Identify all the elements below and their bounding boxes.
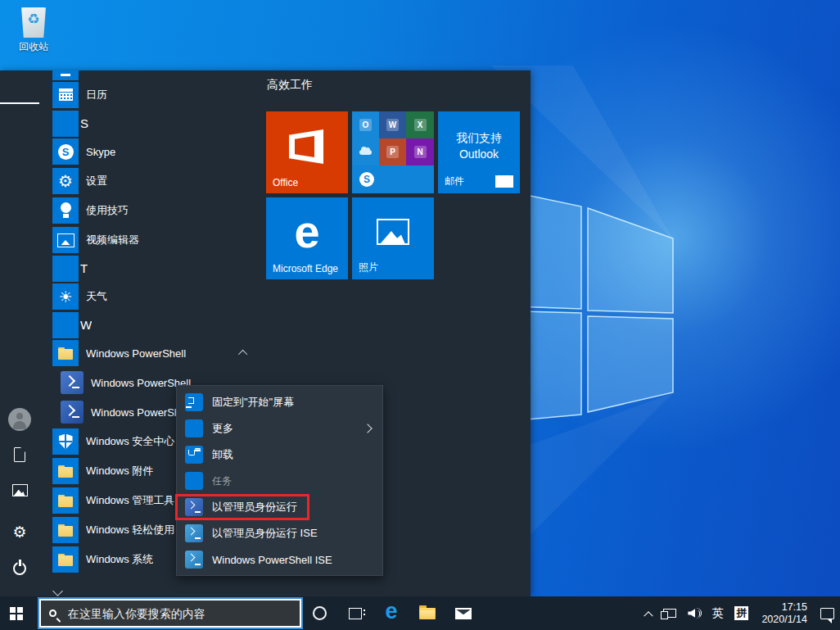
context-menu-item-label: 更多 — [212, 421, 233, 436]
word-icon: W — [386, 119, 399, 131]
gear-icon: ⚙ — [12, 524, 26, 540]
app-label: 日历 — [86, 88, 107, 102]
settings-button[interactable]: ⚙ — [0, 517, 39, 546]
office-logo-icon — [289, 129, 323, 164]
app-list-item[interactable]: Skype — [39, 137, 262, 166]
mail-tile-text2: Outlook — [438, 147, 520, 161]
app-list-item[interactable]: S — [39, 110, 262, 137]
edge-taskbar-button[interactable]: e — [373, 596, 409, 630]
app-label: Windows PowerShell — [86, 347, 186, 360]
file-explorer-button[interactable] — [409, 596, 445, 630]
app-icon — [52, 168, 79, 194]
tile-edge-label: Microsoft Edge — [273, 263, 338, 274]
app-icon — [61, 371, 84, 394]
app-label: Windows 轻松使用 — [86, 523, 174, 537]
app-label: Windows 系统 — [86, 552, 153, 567]
context-menu-item[interactable]: Windows PowerShell ISE — [177, 546, 382, 573]
app-icon — [52, 227, 79, 253]
context-menu-item[interactable]: 以管理员身份运行 ISE — [177, 520, 382, 546]
app-label: Windows 管理工具 — [86, 493, 174, 508]
system-tray: 英 拼 17:15 2020/1/14 — [639, 596, 840, 630]
app-icon — [52, 546, 79, 573]
tile-mail[interactable]: 我们支持 Outlook 邮件 — [438, 111, 520, 193]
start-button[interactable] — [0, 596, 39, 630]
cortana-button[interactable] — [301, 596, 337, 630]
taskbar-clock[interactable]: 17:15 2020/1/14 — [754, 601, 815, 626]
pictures-icon — [12, 484, 28, 496]
file-explorer-icon — [419, 608, 436, 619]
volume-button[interactable] — [682, 596, 706, 630]
app-icon — [52, 517, 79, 543]
chevron-up-icon[interactable] — [238, 350, 247, 359]
context-menu-item[interactable]: 更多 — [177, 415, 382, 442]
app-list-item[interactable]: W — [39, 311, 262, 338]
context-menu-item-label: 固定到"开始"屏幕 — [212, 395, 294, 410]
tile-photos-label: 照片 — [359, 261, 378, 274]
context-menu-item-icon — [185, 393, 203, 411]
tile-mail-label: 邮件 — [445, 174, 464, 188]
network-icon — [663, 609, 676, 618]
network-button[interactable] — [657, 596, 682, 630]
task-view-button[interactable] — [337, 596, 373, 630]
context-menu-item-icon — [185, 419, 203, 437]
recycle-bin-label: 回收站 — [10, 40, 57, 54]
tray-overflow-button[interactable] — [639, 596, 657, 630]
edge-logo-icon: e — [266, 209, 348, 255]
user-avatar-icon — [8, 408, 31, 431]
app-icon — [52, 283, 79, 310]
clock-date: 2020/1/14 — [761, 614, 807, 626]
action-center-button[interactable] — [815, 596, 840, 630]
language-indicator[interactable]: 英 — [706, 596, 729, 630]
recycle-bin[interactable]: ♻ 回收站 — [10, 5, 57, 54]
tile-office-suite[interactable]: O W X P N S — [352, 111, 434, 193]
context-menu-item-label: Windows PowerShell ISE — [212, 554, 332, 566]
mail-taskbar-button[interactable] — [445, 596, 481, 630]
app-list-item[interactable]: 日历 — [39, 80, 262, 110]
context-menu-item[interactable]: 以管理员身份运行 — [177, 494, 382, 520]
desktop: ♻ 回收站 ⚙ 日历 S — [0, 0, 840, 630]
recycle-bin-icon: ♻ — [20, 5, 47, 38]
app-label: 设置 — [86, 174, 107, 188]
context-menu-item-label: 以管理员身份运行 — [212, 500, 297, 514]
context-menu-item[interactable]: 任务 — [177, 468, 382, 494]
app-label: Windows 安全中心 — [86, 434, 174, 449]
partial-app-icon — [52, 70, 79, 80]
app-icon — [52, 428, 79, 455]
app-icon — [52, 340, 79, 366]
context-menu-item-icon — [185, 446, 203, 464]
context-menu-item-icon — [185, 524, 203, 542]
ime-indicator[interactable]: 拼 — [729, 596, 754, 630]
search-icon — [49, 610, 56, 617]
user-account-button[interactable] — [0, 405, 39, 434]
app-icon — [61, 401, 84, 424]
app-list-item[interactable]: 设置 — [39, 166, 262, 196]
search-input[interactable] — [66, 606, 291, 621]
power-button[interactable] — [0, 554, 39, 583]
context-menu-item-label: 任务 — [212, 474, 232, 488]
app-list-item[interactable]: 视频编辑器 — [39, 225, 262, 255]
context-menu: 固定到"开始"屏幕 更多 卸载 任务 以 — [176, 385, 383, 576]
app-list-item[interactable]: T — [39, 255, 262, 282]
menu-expand-button[interactable] — [0, 88, 39, 118]
app-icon — [52, 458, 79, 484]
tile-office[interactable]: Office — [266, 111, 348, 193]
app-list-item[interactable]: 天气 — [39, 282, 262, 311]
mail-envelope-icon — [495, 175, 513, 188]
onenote-icon: N — [414, 146, 427, 158]
app-list-item[interactable]: Windows PowerShell — [39, 338, 262, 368]
pictures-button[interactable] — [0, 475, 39, 505]
task-view-icon — [349, 608, 362, 619]
document-icon — [14, 447, 25, 462]
tile-edge[interactable]: e Microsoft Edge — [266, 197, 348, 279]
tile-photos[interactable]: 照片 — [352, 197, 434, 279]
app-label: T — [80, 261, 88, 275]
context-menu-item[interactable]: 固定到"开始"屏幕 — [177, 389, 382, 415]
taskbar-search[interactable] — [39, 599, 301, 628]
documents-button[interactable] — [0, 440, 39, 469]
app-icon — [52, 487, 79, 514]
edge-icon: e — [385, 601, 397, 623]
powerpoint-icon: P — [386, 146, 399, 158]
app-list-item[interactable]: 使用技巧 — [39, 196, 262, 225]
context-menu-item[interactable]: 卸载 — [177, 442, 382, 468]
app-label: Skype — [86, 146, 115, 158]
